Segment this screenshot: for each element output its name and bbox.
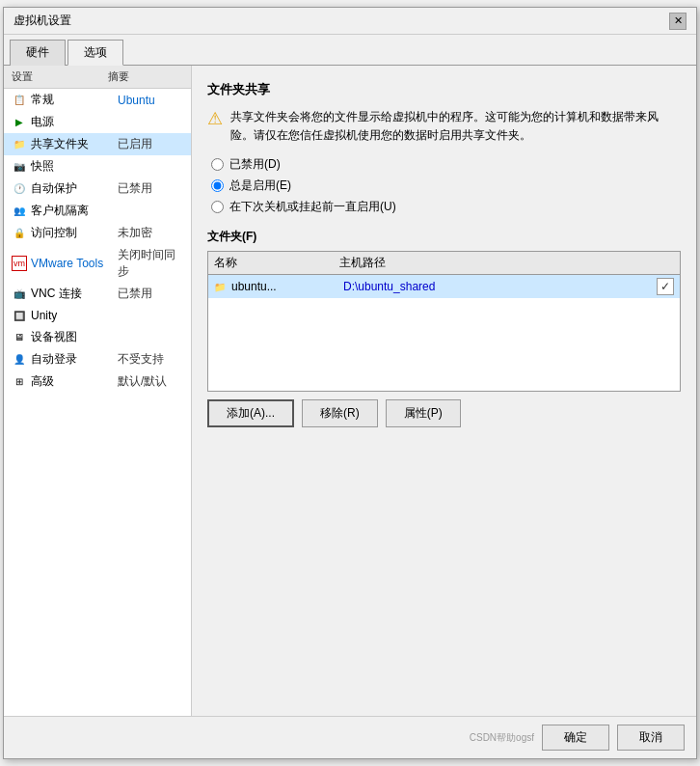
guest-isolation-icon: 👥 [12,204,27,219]
access-control-icon: 🔒 [12,226,27,241]
warning-box: ⚠ 共享文件夹会将您的文件显示给虚拟机中的程序。这可能为您的计算机和数据带来风险… [207,108,681,145]
auto-login-label: 自动登录 [31,351,118,368]
header-summary: 摘要 [108,69,183,84]
header-setting: 设置 [12,69,108,84]
sidebar-item-device-view[interactable]: 🖥 设备视图 [4,326,191,348]
properties-button[interactable]: 属性(P) [386,399,461,427]
section-title: 文件夹共享 [207,81,681,98]
dialog-window: 虚拟机设置 ✕ 硬件 选项 设置 摘要 📋 常规 Ubuntu ▶ 电源 [3,7,697,759]
sidebar-item-vmware-tools[interactable]: vm VMware Tools 关闭时间同步 [4,244,191,283]
dialog-footer: CSDN帮助ogsf 确定 取消 [4,716,696,758]
auto-login-icon: 👤 [12,352,27,368]
file-name-cell: ubuntu... [231,280,343,293]
sidebar-item-auto-protect[interactable]: 🕐 自动保护 已禁用 [4,178,191,200]
tab-hardware[interactable]: 硬件 [10,40,66,66]
auto-protect-summary: 已禁用 [118,180,152,197]
watermark-text: CSDN帮助ogsf [470,731,534,745]
close-button[interactable]: ✕ [669,13,687,30]
advanced-summary: 默认/默认 [118,373,167,390]
advanced-icon: ⊞ [12,374,27,390]
title-bar: 虚拟机设置 ✕ [4,8,696,35]
file-table: 名称 主机路径 📁 ubuntu... D:\ubuntu_shared ✓ [207,251,681,392]
file-folder-icon: 📁 [214,280,228,293]
add-button[interactable]: 添加(A)... [207,399,294,427]
radio-until-input[interactable] [211,201,224,213]
auto-login-summary: 不受支持 [118,351,164,368]
radio-always-label[interactable]: 总是启用(E) [229,178,291,194]
confirm-button[interactable]: 确定 [542,725,609,751]
dialog-title: 虚拟机设置 [13,13,71,29]
auto-protect-icon: 🕐 [12,181,27,197]
vnc-icon: 📺 [12,287,27,302]
sidebar-item-guest-isolation[interactable]: 👥 客户机隔离 [4,200,191,222]
radio-until-poweroff[interactable]: 在下次关机或挂起前一直启用(U) [211,199,681,215]
content-area: 设置 摘要 📋 常规 Ubuntu ▶ 电源 📁 共享文件夹 已启用 [4,66,696,716]
general-icon: 📋 [12,93,27,108]
cancel-button[interactable]: 取消 [617,725,685,751]
radio-disabled-label[interactable]: 已禁用(D) [229,156,281,173]
tabs-bar: 硬件 选项 [4,35,696,66]
table-row[interactable]: 📁 ubuntu... D:\ubuntu_shared ✓ [208,275,680,298]
radio-group: 已禁用(D) 总是启用(E) 在下次关机或挂起前一直启用(U) [211,156,681,215]
sidebar-item-power[interactable]: ▶ 电源 [4,111,191,133]
vnc-summary: 已禁用 [118,286,152,302]
advanced-label: 高级 [31,373,118,390]
access-control-summary: 未加密 [118,225,152,241]
vmware-tools-label: VMware Tools [31,257,118,270]
sidebar-item-shared-folders[interactable]: 📁 共享文件夹 已启用 [4,133,191,155]
radio-disabled[interactable]: 已禁用(D) [211,156,681,173]
right-panel: 文件夹共享 ⚠ 共享文件夹会将您的文件显示给虚拟机中的程序。这可能为您的计算机和… [192,66,696,716]
general-summary: Ubuntu [118,94,155,107]
radio-disabled-input[interactable] [211,158,224,171]
power-icon: ▶ [12,115,27,130]
file-path-cell: D:\ubuntu_shared [343,280,657,293]
radio-always-enabled[interactable]: 总是启用(E) [211,178,681,194]
col-path-header: 主机路径 [339,255,674,271]
auto-protect-label: 自动保护 [31,180,118,197]
col-name-header: 名称 [214,255,339,271]
left-header: 设置 摘要 [4,66,191,89]
sidebar-item-snapshot[interactable]: 📷 快照 [4,155,191,178]
radio-always-input[interactable] [211,179,224,192]
files-section-title: 文件夹(F) [207,229,681,245]
warning-icon: ⚠ [207,108,223,129]
shared-folders-icon: 📁 [12,137,27,152]
device-view-label: 设备视图 [31,329,118,345]
access-control-label: 访问控制 [31,225,118,241]
unity-label: Unity [31,309,118,322]
vmware-tools-summary: 关闭时间同步 [118,247,183,280]
device-view-icon: 🖥 [12,330,27,345]
shared-folders-summary: 已启用 [118,136,152,152]
remove-button[interactable]: 移除(R) [302,399,378,427]
sidebar-item-access-control[interactable]: 🔒 访问控制 未加密 [4,222,191,244]
sidebar-item-general[interactable]: 📋 常规 Ubuntu [4,89,191,111]
sidebar-item-advanced[interactable]: ⊞ 高级 默认/默认 [4,370,191,393]
sidebar-item-auto-login[interactable]: 👤 自动登录 不受支持 [4,348,191,370]
general-label: 常规 [31,92,118,108]
radio-until-label[interactable]: 在下次关机或挂起前一直启用(U) [229,199,396,215]
snapshot-icon: 📷 [12,159,27,175]
sidebar-item-unity[interactable]: 🔲 Unity [4,305,191,326]
file-table-body: 📁 ubuntu... D:\ubuntu_shared ✓ [208,275,680,391]
sidebar-item-vnc[interactable]: 📺 VNC 连接 已禁用 [4,283,191,305]
power-label: 电源 [31,114,118,130]
shared-folders-label: 共享文件夹 [31,136,118,152]
warning-text: 共享文件夹会将您的文件显示给虚拟机中的程序。这可能为您的计算机和数据带来风险。请… [230,108,681,145]
tab-options[interactable]: 选项 [67,40,123,66]
vmware-tools-icon: vm [12,256,27,271]
vnc-label: VNC 连接 [31,286,118,302]
file-table-header: 名称 主机路径 [208,252,680,275]
unity-icon: 🔲 [12,308,27,323]
left-panel: 设置 摘要 📋 常规 Ubuntu ▶ 电源 📁 共享文件夹 已启用 [4,66,192,716]
file-action-buttons: 添加(A)... 移除(R) 属性(P) [207,399,681,427]
file-check-cell[interactable]: ✓ [657,278,674,295]
snapshot-label: 快照 [31,158,118,175]
guest-isolation-label: 客户机隔离 [31,203,118,219]
